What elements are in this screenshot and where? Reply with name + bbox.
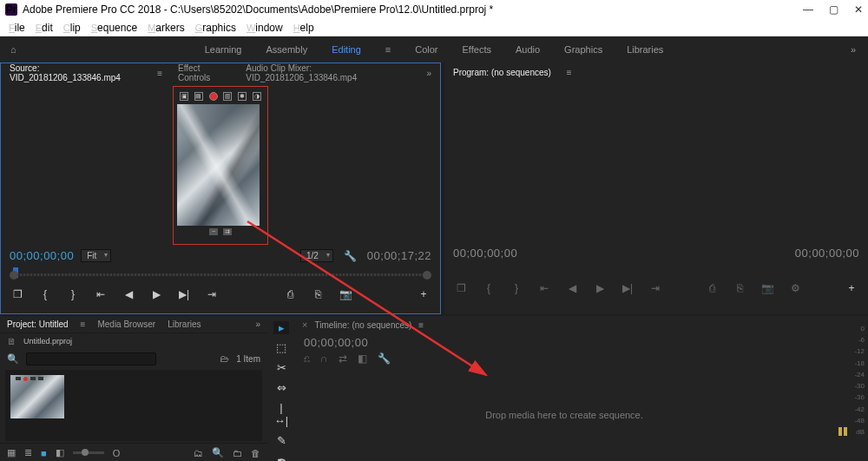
button-editor-plus[interactable]: + [418,288,430,300]
marker-button[interactable]: ❐ [11,288,23,300]
icon-view-button[interactable]: ≣ [24,447,32,458]
workspace-effects[interactable]: Effects [463,44,491,55]
mark-in-button[interactable]: { [39,288,51,300]
fit-dropdown[interactable]: Fit [81,249,111,262]
step-fwd-button[interactable]: ▶| [621,282,634,294]
search-icon[interactable]: 🔍 [7,353,19,365]
timeline-close-icon[interactable]: × [302,319,307,330]
clip-bottom-btn[interactable]: − [209,228,218,235]
maximize-button[interactable]: ▢ [829,3,838,16]
find-button[interactable]: 🔍 [212,447,224,458]
timeline-tab-menu-icon[interactable]: ≡ [418,320,424,330]
minimize-button[interactable]: — [803,3,813,16]
new-bin-button[interactable]: 🗂 [194,448,203,458]
overwrite-button[interactable]: ⎘ [312,288,324,300]
timeline-drop-area[interactable]: Drop media here to create sequence. [295,368,833,461]
tab-libraries[interactable]: Libraries [168,319,201,329]
source-tab-menu-icon[interactable]: ≡ [157,69,162,78]
mark-out-button[interactable]: } [67,288,79,300]
workspace-overflow-icon[interactable]: » [851,44,856,55]
project-overflow-icon[interactable]: » [255,319,260,329]
list-view-button[interactable]: ▦ [7,447,16,458]
freeform-view-button[interactable]: ■ [41,448,47,458]
thumbnail-size-slider[interactable] [73,451,104,454]
zoom-dropdown[interactable]: 1/2 [300,249,333,262]
delete-button[interactable]: 🗑 [251,448,260,458]
scrub-handle-left[interactable] [10,271,18,280]
play-button[interactable]: ▶ [594,282,606,294]
record-icon[interactable] [209,92,218,101]
home-icon[interactable]: ⌂ [10,44,16,55]
clip-overlay-btn[interactable]: ▥ [223,92,232,101]
program-tab-menu-icon[interactable]: ≡ [567,68,572,77]
workspace-color[interactable]: Color [415,44,437,55]
workspace-assembly[interactable]: Assembly [266,44,307,55]
tab-project[interactable]: Project: Untitled [7,319,69,329]
workspace-menu-icon[interactable]: ≡ [385,44,391,55]
workspace-audio[interactable]: Audio [516,44,540,55]
razor-tool[interactable]: ⇔ [273,381,289,394]
new-item-button[interactable]: 🗀 [233,448,242,458]
source-timecode-left[interactable]: 00;00;00;00 [10,249,74,262]
clip-overlay-btn[interactable]: ▣ [180,92,188,101]
project-tab-menu-icon[interactable]: ≡ [81,319,86,329]
lift-button[interactable]: ⎙ [706,282,718,294]
bin-thumbnail[interactable] [10,375,64,418]
menu-edit[interactable]: Edit [30,22,58,34]
menu-help[interactable]: Help [288,22,319,34]
export-frame-button[interactable]: 📷 [761,282,773,294]
menu-markers[interactable]: Markers [142,22,190,34]
workspace-libraries[interactable]: Libraries [627,44,663,55]
tab-effect-controls[interactable]: Effect Controls [178,63,230,82]
program-timecode-left[interactable]: 00;00;00;00 [453,247,517,260]
project-bin[interactable] [5,370,262,441]
menu-graphics[interactable]: Graphics [190,22,241,34]
comparison-button[interactable]: ⚙ [789,282,801,294]
mark-out-button[interactable]: } [510,282,523,294]
selection-tool[interactable]: ▸ [273,321,289,334]
auto-match-button[interactable]: O [113,448,121,458]
menu-window[interactable]: Window [241,22,288,34]
menu-sequence[interactable]: Sequence [86,22,142,34]
scrub-handle-right[interactable] [423,271,431,280]
workspace-editing[interactable]: Editing [332,44,361,55]
clip-overlay-btn[interactable]: ▤ [194,92,203,101]
search-input[interactable] [26,352,156,366]
clip-overlay-btn[interactable]: ◑ [253,92,261,101]
timeline-timecode[interactable]: 00;00;00;00 [304,336,368,349]
settings-wrench-icon[interactable]: 🔧 [344,250,357,262]
tab-source[interactable]: Source: VID_20181206_133846.mp4 [10,63,141,82]
tl-tool-nest[interactable]: ⎌ [304,352,310,366]
go-to-out-button[interactable]: ⇥ [649,282,661,294]
mark-in-button[interactable]: { [483,282,495,294]
close-button[interactable]: ✕ [854,3,863,16]
hand-tool[interactable]: ✒ [273,454,289,461]
source-scrubber[interactable] [10,266,431,281]
insert-button[interactable]: ⎙ [284,288,296,300]
tab-media-browser[interactable]: Media Browser [97,319,155,329]
source-overflow-icon[interactable]: » [426,69,431,78]
step-fwd-button[interactable]: ▶| [178,288,190,300]
export-frame-button[interactable]: 📷 [339,288,352,300]
tab-program[interactable]: Program: (no sequences) [453,68,551,77]
button-editor-plus[interactable]: + [845,282,858,294]
tl-tool-link[interactable]: ⇄ [339,352,347,366]
program-viewer[interactable] [444,82,868,245]
menu-file[interactable]: File [3,22,30,34]
slip-tool[interactable]: |↔| [273,401,289,427]
play-button[interactable]: ▶ [150,288,162,300]
filter-bin-icon[interactable]: 🗁 [220,353,229,364]
workspace-learning[interactable]: Learning [205,44,242,55]
clip-bottom-btn[interactable]: ⇉ [223,228,232,235]
tab-audio-mixer[interactable]: Audio Clip Mixer: VID_20181206_133846.mp… [246,63,411,82]
tl-tool-marker[interactable]: ◧ [358,352,367,366]
pen-tool[interactable]: ✎ [273,434,289,447]
clip-overlay-btn[interactable]: ✱ [238,92,247,101]
go-to-out-button[interactable]: ⇥ [206,288,218,300]
step-back-button[interactable]: ◀ [566,282,578,294]
go-to-in-button[interactable]: ⇤ [95,288,107,300]
tl-tool-snap[interactable]: ∩ [320,352,328,366]
sort-button[interactable]: ◧ [56,447,64,458]
tl-tool-settings[interactable]: 🔧 [378,352,391,366]
extract-button[interactable]: ⎘ [733,282,746,294]
